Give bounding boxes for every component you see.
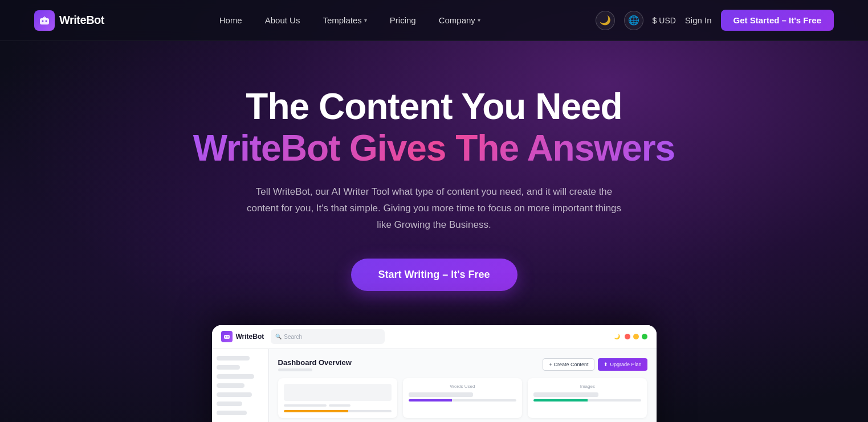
db-search-icon: 🔍 bbox=[275, 334, 282, 339]
language-selector[interactable]: 🌐 bbox=[624, 11, 643, 30]
svg-point-7 bbox=[227, 337, 229, 338]
db-stats-cards: Words Used Images bbox=[278, 378, 647, 418]
hero-title-line2: WriteBot Gives The Answers bbox=[193, 126, 675, 170]
db-sidebar-item bbox=[217, 401, 243, 406]
db-stat-card-3: Images bbox=[528, 378, 647, 418]
navbar: WriteBot Home About Us Templates ▾ Prici… bbox=[0, 0, 868, 41]
db-create-icon: + bbox=[549, 362, 552, 367]
logo-icon bbox=[34, 10, 55, 31]
svg-point-2 bbox=[46, 20, 47, 22]
db-topbar-right: 🌙 bbox=[614, 334, 647, 339]
db-overview-title: Dashboard Overview bbox=[278, 358, 352, 371]
hero-subtitle: Tell WriteBot, our AI Writer Tool what t… bbox=[241, 184, 628, 233]
db-upgrade-icon: ⬆ bbox=[604, 362, 608, 367]
win-close-btn[interactable] bbox=[625, 334, 630, 339]
db-logo-icon bbox=[221, 331, 233, 342]
sign-in-button[interactable]: Sign In bbox=[685, 15, 712, 25]
db-create-content-btn[interactable]: + Create Content bbox=[543, 358, 594, 371]
win-maximize-btn[interactable] bbox=[642, 334, 647, 339]
dashboard-topbar: WriteBot 🔍 Search 🌙 bbox=[212, 325, 657, 349]
moon-icon: 🌙 bbox=[600, 15, 611, 26]
db-sidebar-item bbox=[217, 392, 252, 397]
currency-selector[interactable]: $ USD bbox=[653, 16, 676, 25]
svg-rect-3 bbox=[43, 17, 46, 19]
db-sidebar bbox=[212, 349, 269, 422]
nav-links: Home About Us Templates ▾ Pricing Compan… bbox=[210, 11, 490, 30]
svg-point-6 bbox=[225, 337, 226, 338]
hero-title-line1: The Content You Need bbox=[246, 87, 622, 126]
dashboard-body: Dashboard Overview + Create Content ⬆ Up… bbox=[212, 349, 657, 422]
db-sidebar-item bbox=[217, 374, 254, 379]
db-sidebar-item bbox=[217, 365, 241, 370]
nav-company[interactable]: Company ▾ bbox=[430, 11, 490, 30]
db-brand-name: WriteBot bbox=[236, 333, 264, 341]
db-logo: WriteBot bbox=[221, 331, 264, 342]
db-search-placeholder: Search bbox=[284, 334, 302, 340]
db-btn-group: + Create Content ⬆ Upgrade Plan bbox=[543, 358, 647, 371]
templates-chevron-icon: ▾ bbox=[364, 17, 367, 23]
window-controls bbox=[625, 334, 647, 339]
dark-mode-toggle[interactable]: 🌙 bbox=[596, 11, 615, 30]
db-sidebar-item bbox=[217, 356, 250, 360]
flag-icon: 🌐 bbox=[628, 15, 639, 26]
db-header-row: Dashboard Overview + Create Content ⬆ Up… bbox=[278, 358, 647, 371]
currency-label: $ USD bbox=[653, 16, 676, 25]
start-writing-button[interactable]: Start Writing – It's Free bbox=[351, 259, 517, 291]
db-upgrade-btn[interactable]: ⬆ Upgrade Plan bbox=[598, 358, 647, 371]
brand-name: WriteBot bbox=[59, 14, 104, 27]
logo-area: WriteBot bbox=[34, 10, 104, 31]
db-search-bar[interactable]: 🔍 Search bbox=[271, 329, 385, 344]
nav-home[interactable]: Home bbox=[210, 11, 251, 30]
navbar-actions: 🌙 🌐 $ USD Sign In Get Started – It's Fre… bbox=[596, 10, 834, 31]
nav-about[interactable]: About Us bbox=[256, 11, 309, 30]
hero-section: The Content You Need WriteBot Gives The … bbox=[0, 41, 868, 422]
db-sidebar-item bbox=[217, 383, 245, 388]
db-sidebar-item bbox=[217, 411, 247, 415]
win-minimize-btn[interactable] bbox=[633, 334, 639, 339]
db-stat-card-1 bbox=[278, 378, 397, 418]
nav-pricing[interactable]: Pricing bbox=[381, 11, 425, 30]
svg-point-1 bbox=[42, 20, 44, 22]
db-main-content: Dashboard Overview + Create Content ⬆ Up… bbox=[269, 349, 657, 422]
company-chevron-icon: ▾ bbox=[478, 17, 480, 23]
svg-rect-5 bbox=[224, 335, 230, 339]
dashboard-preview: WriteBot 🔍 Search 🌙 bbox=[212, 325, 657, 422]
nav-templates[interactable]: Templates ▾ bbox=[313, 11, 376, 30]
get-started-button[interactable]: Get Started – It's Free bbox=[721, 10, 834, 31]
db-moon-icon: 🌙 bbox=[614, 334, 620, 339]
db-stat-card-2: Words Used bbox=[403, 378, 522, 418]
svg-rect-4 bbox=[44, 16, 45, 17]
